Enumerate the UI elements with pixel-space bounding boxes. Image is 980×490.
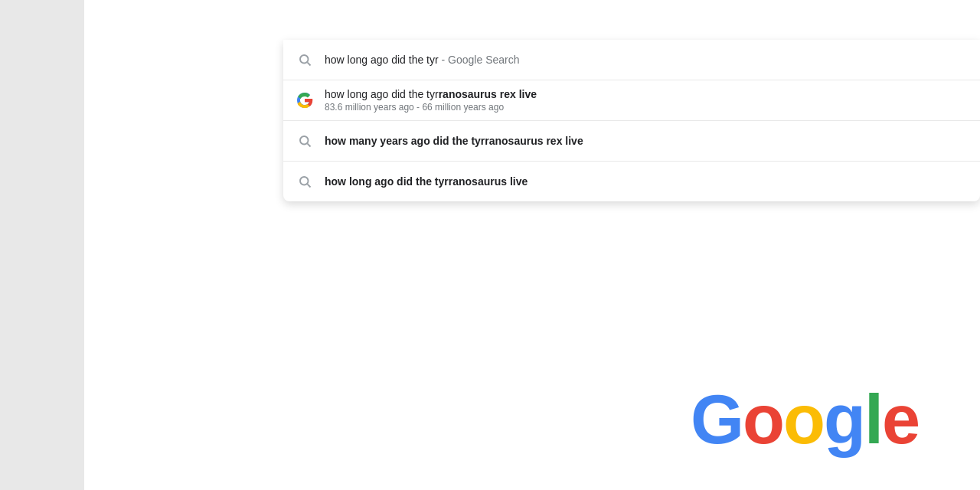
dropdown-item-content: how long ago did the tyr - Google Search: [325, 53, 968, 67]
google-logo-o2: o: [783, 381, 824, 459]
svg-point-3: [300, 136, 309, 145]
search-icon-3: [296, 172, 314, 191]
dropdown-google-sub: 83.6 million years ago - 66 million year…: [325, 102, 968, 113]
dropdown-item-suggestion-1[interactable]: how many years ago did the tyrranosaurus…: [283, 121, 980, 161]
google-logo-G: G: [691, 381, 743, 459]
google-logo-l: l: [864, 381, 882, 459]
search-dropdown: how long ago did the tyr - Google Search…: [283, 40, 980, 201]
google-large-logo: G o o g l e: [691, 381, 919, 459]
dropdown-item-suggestion-2[interactable]: how long ago did the tyrranosaurus live: [283, 162, 980, 201]
dropdown-search-text: how long ago did the tyr - Google Search: [325, 54, 520, 66]
dropdown-item-google[interactable]: how long ago did the tyrranosaurus rex l…: [283, 80, 980, 120]
svg-line-2: [307, 62, 310, 65]
google-logo-icon: [296, 91, 314, 109]
google-logo-e: e: [882, 381, 919, 459]
dropdown-suggestion-2-content: how long ago did the tyrranosaurus live: [325, 175, 968, 188]
left-margin: [0, 0, 84, 490]
svg-point-5: [300, 177, 309, 185]
google-logo-o1: o: [743, 381, 783, 459]
dropdown-suggestion-1-content: how many years ago did the tyrranosaurus…: [325, 134, 968, 148]
google-logo-g: g: [824, 381, 864, 459]
dropdown-item-search[interactable]: how long ago did the tyr - Google Search: [283, 40, 980, 80]
dropdown-google-content: how long ago did the tyrranosaurus rex l…: [325, 88, 968, 113]
search-icon: [296, 51, 314, 69]
search-icon-2: [296, 132, 314, 150]
dropdown-suggestion-1-text: how many years ago did the tyrranosaurus…: [325, 135, 583, 147]
svg-line-4: [307, 143, 310, 146]
svg-line-6: [307, 184, 310, 187]
dropdown-google-main: how long ago did the tyrranosaurus rex l…: [325, 88, 968, 100]
dropdown-suggestion-2-text: how long ago did the tyrranosaurus live: [325, 175, 528, 188]
svg-point-1: [300, 55, 309, 64]
